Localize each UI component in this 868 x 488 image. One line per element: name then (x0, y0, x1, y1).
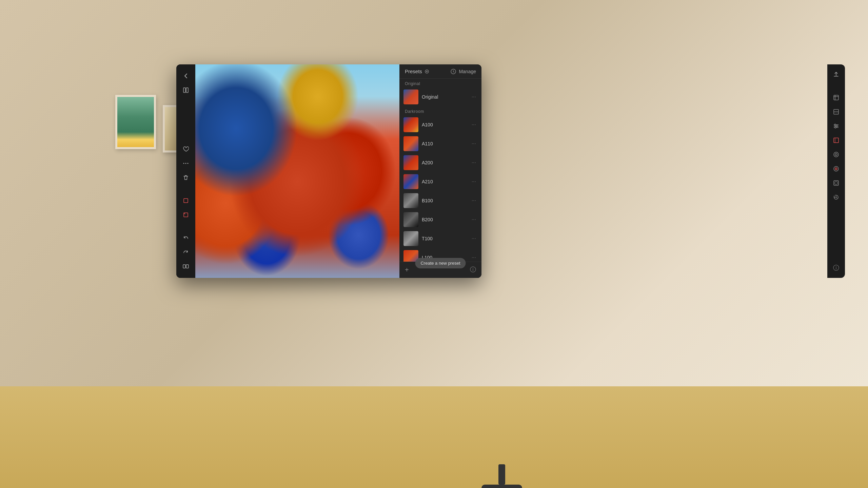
preset-thumb-b200 (403, 212, 418, 227)
svg-rect-5 (184, 199, 188, 203)
svg-rect-1 (186, 88, 188, 93)
svg-rect-0 (183, 88, 185, 93)
svg-point-3 (185, 163, 186, 164)
svg-point-29 (834, 152, 839, 157)
presets-header-left: Presets (405, 68, 430, 74)
presets-header-right: Manage (451, 69, 476, 74)
preset-item-a100[interactable]: A100 ··· (399, 115, 481, 134)
target-icon[interactable] (830, 163, 842, 175)
svg-rect-16 (834, 95, 839, 100)
compare-icon[interactable] (180, 260, 192, 272)
preset-name-original: Original (422, 94, 470, 100)
preset-more-original[interactable]: ··· (470, 93, 477, 101)
preset-more-a110[interactable]: ··· (470, 139, 477, 148)
preset-item-t100[interactable]: T100 ··· (399, 229, 481, 248)
preset-name-a200: A200 (422, 160, 470, 165)
preset-name-l100: L100 (422, 255, 470, 260)
preset-thumb-original (403, 89, 418, 104)
presets-bottom-bar: + (399, 262, 481, 278)
info-right-icon[interactable] (830, 262, 842, 274)
redo-icon[interactable] (180, 246, 192, 258)
trash-icon[interactable] (180, 171, 192, 184)
preset-item-b100[interactable]: B100 ··· (399, 191, 481, 210)
darkroom-section-label: Darkroom (399, 106, 481, 115)
preset-more-a200[interactable]: ··· (470, 158, 477, 167)
preset-item-original[interactable]: Original ··· (399, 87, 481, 106)
preset-more-b100[interactable]: ··· (470, 196, 477, 205)
svg-rect-35 (835, 182, 837, 184)
preset-name-a100: A100 (422, 122, 470, 127)
svg-point-24 (834, 124, 836, 125)
monitor-base (481, 485, 522, 488)
svg-point-40 (836, 266, 836, 267)
svg-point-26 (835, 127, 836, 128)
share-icon[interactable] (830, 68, 842, 81)
svg-rect-9 (186, 265, 189, 268)
preset-thumb-a210 (403, 174, 418, 189)
svg-point-25 (836, 125, 837, 127)
preset-name-a210: A210 (422, 179, 470, 184)
preset-thumb-b100 (403, 193, 418, 208)
history-icon[interactable] (830, 191, 842, 203)
manage-circle-icon (451, 69, 456, 74)
preset-more-t100[interactable]: ··· (470, 234, 477, 243)
manage-label[interactable]: Manage (459, 69, 476, 74)
balloons-background (195, 64, 399, 278)
sliders-icon[interactable] (830, 120, 842, 132)
monitor-stand (498, 464, 505, 485)
sidebar-icon[interactable] (180, 84, 192, 96)
preset-name-b100: B100 (422, 198, 470, 203)
svg-point-2 (183, 163, 184, 164)
circle-mask-icon[interactable] (830, 148, 842, 161)
svg-rect-8 (183, 265, 185, 268)
preset-more-l100[interactable]: ··· (470, 253, 477, 262)
svg-point-30 (835, 154, 837, 156)
preset-more-a100[interactable]: ··· (470, 120, 477, 129)
edit-active-icon[interactable] (830, 134, 842, 146)
svg-line-37 (836, 197, 837, 198)
crop-icon[interactable] (180, 195, 192, 207)
preset-thumb-a110 (403, 136, 418, 151)
presets-header: Presets Manage (399, 64, 481, 79)
preset-name-a110: A110 (422, 141, 470, 146)
preset-thumb-t100 (403, 231, 418, 246)
svg-point-33 (836, 168, 836, 169)
svg-point-4 (188, 163, 189, 164)
preset-item-b200[interactable]: B200 ··· (399, 210, 481, 229)
preset-item-a110[interactable]: A110 ··· (399, 134, 481, 153)
preset-name-t100: T100 (422, 236, 470, 241)
text-crop-icon[interactable] (180, 209, 192, 221)
monitor: Presets Manage Orig (176, 64, 481, 278)
presets-label: Presets (405, 68, 422, 74)
preset-name-b200: B200 (422, 217, 470, 222)
svg-rect-27 (834, 138, 839, 143)
svg-point-11 (426, 71, 428, 72)
heart-icon[interactable] (180, 143, 192, 155)
monitor-container: Presets Manage Orig (176, 64, 827, 458)
crop-tool-icon[interactable] (830, 92, 842, 104)
layers-icon[interactable] (830, 106, 842, 118)
wall-art-left (115, 95, 156, 149)
preset-item-a200[interactable]: A200 ··· (399, 153, 481, 172)
svg-rect-34 (834, 181, 839, 185)
preset-more-b200[interactable]: ··· (470, 215, 477, 224)
preset-more-a210[interactable]: ··· (470, 177, 477, 186)
frame-icon[interactable] (830, 177, 842, 189)
presets-panel: Presets Manage Orig (399, 64, 481, 278)
info-icon[interactable] (470, 266, 476, 274)
presets-list: Original Original ··· Darkroom A100 (399, 79, 481, 278)
presets-eye-icon (424, 69, 430, 74)
svg-point-15 (473, 268, 473, 268)
right-toolbar (827, 64, 845, 278)
original-section-label: Original (399, 79, 481, 87)
undo-icon[interactable] (180, 232, 192, 244)
left-toolbar (176, 64, 195, 278)
add-preset-button[interactable]: + (405, 266, 409, 274)
more-icon[interactable] (180, 157, 192, 169)
preset-thumb-a100 (403, 117, 418, 132)
main-image (195, 64, 399, 278)
preset-thumb-a200 (403, 155, 418, 170)
preset-item-a210[interactable]: A210 ··· (399, 172, 481, 191)
back-icon[interactable] (180, 70, 192, 82)
